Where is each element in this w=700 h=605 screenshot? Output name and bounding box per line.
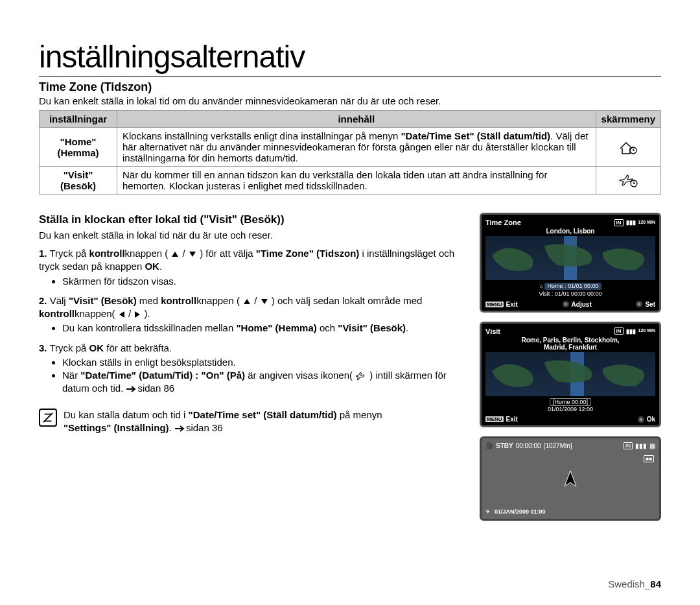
down-icon	[188, 250, 197, 258]
lcd-stby: 🎥 STBY 00:00:00 [1027Min] IN ▮▮▮ ▦ ■■ ✈	[480, 436, 661, 521]
section-desc: Du kan enkelt ställa in lokal tid om du …	[39, 95, 661, 106]
home-tiny-icon: ⌂	[539, 283, 542, 289]
sub-desc: Du kan enkelt ställa in lokal tid när du…	[39, 229, 467, 242]
plane-small-icon: ✈	[485, 508, 491, 515]
page-arrow-icon	[174, 425, 186, 433]
plane-small-icon	[355, 372, 367, 381]
battery-icon: ▮▮▮	[626, 219, 636, 226]
memory-icon: IN	[614, 219, 624, 226]
rec-quality-icon: ▦	[649, 442, 655, 449]
section-heading: Time Zone (Tidszon)	[39, 80, 661, 94]
plane-clock-icon	[618, 172, 638, 188]
nav-dot-icon	[563, 301, 569, 307]
note: Du kan ställa datum och tid i "Date/Time…	[39, 409, 467, 435]
lcd-visit: Visit IN ▮▮▮ 120 MIN Rome, Paris, Berlin…	[480, 322, 661, 428]
memory-icon: IN	[614, 327, 624, 335]
battery-icon: ▮▮▮	[635, 442, 647, 449]
up-icon	[242, 298, 251, 305]
lcd-timezone: Time Zone IN ▮▮▮ 120 MIN London, Lisbon …	[480, 213, 661, 313]
note-icon	[39, 409, 57, 427]
settings-table: inställningar innehåll skärmmeny "Home" …	[39, 110, 661, 195]
page-arrow-icon	[126, 385, 137, 393]
home-clock-icon	[618, 139, 638, 155]
aspect-icon: ■■	[644, 455, 654, 462]
down-icon	[260, 298, 269, 305]
th-settings: inställningar	[40, 111, 117, 128]
page-title: inställningsalternativ	[39, 39, 661, 77]
instructions: Ställa in klockan efter lokal tid ("Visi…	[39, 213, 467, 434]
page-footer: Swedish_84	[608, 578, 661, 589]
memory-icon: IN	[624, 442, 633, 449]
cursor-icon	[561, 469, 580, 490]
up-icon	[170, 250, 180, 258]
ok-dot-icon	[636, 301, 642, 307]
left-icon	[118, 310, 126, 319]
camera-icon: 🎥	[485, 442, 493, 449]
th-content: innehåll	[117, 111, 596, 128]
th-screenmenu: skärmmeny	[596, 111, 660, 128]
ok-dot-icon	[638, 416, 644, 423]
right-icon	[134, 310, 141, 319]
table-row: "Visit" (Besök) När du kommer till en an…	[40, 167, 661, 195]
sub-heading: Ställa in klockan efter lokal tid ("Visi…	[39, 213, 467, 228]
battery-icon: ▮▮▮	[626, 328, 636, 335]
table-row: "Home" (Hemma) Klockans inställning verk…	[40, 128, 661, 167]
